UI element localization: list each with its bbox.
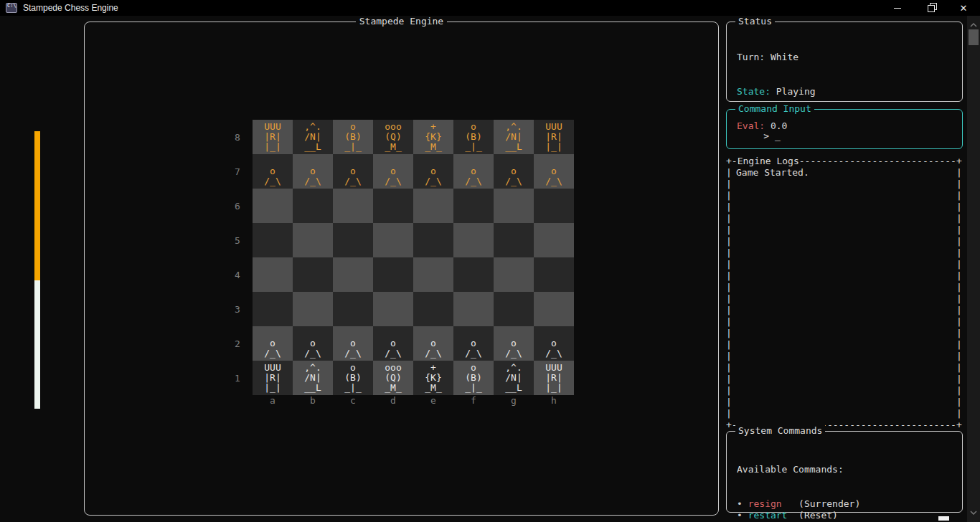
system-commands-body: Available Commands: • resign (Surrender)… <box>727 432 962 522</box>
piece-white-p-h2: o /_\ <box>545 328 562 359</box>
piece-white-p-d2: o /_\ <box>385 328 401 359</box>
vertical-scrollbar[interactable] <box>967 16 980 522</box>
evaluation-bar <box>34 131 40 409</box>
board-square-f7: o /_\ <box>453 154 494 189</box>
board-square-f6 <box>453 189 494 223</box>
board-square-c6 <box>333 189 373 223</box>
rank-label-5: 5 <box>230 223 245 257</box>
file-label-f: f <box>453 395 494 407</box>
board-square-a5 <box>253 223 293 257</box>
piece-white-b-f1: o (B) _|_ <box>465 363 481 393</box>
piece-white-r-h1: UUU |R| |_| <box>545 363 562 393</box>
file-label-c: c <box>333 395 373 407</box>
state-row: State: Playing <box>737 86 962 98</box>
piece-white-p-f2: o /_\ <box>465 328 481 359</box>
board-square-h8: UUU |R| |_| <box>534 120 574 154</box>
piece-white-n-g1: ,^. /N| __L <box>505 363 522 393</box>
close-button[interactable]: ✕ <box>947 0 980 16</box>
turn-row: Turn: White <box>737 52 962 63</box>
board-square-e1: + {K} _M_ <box>413 361 453 395</box>
board-square-c8: o (B) _|_ <box>333 120 373 154</box>
console-app-icon[interactable] <box>6 3 17 13</box>
board-square-e8: + {K} _M_ <box>413 120 453 154</box>
file-label-h: h <box>534 395 574 407</box>
rank-label-8: 8 <box>230 120 245 154</box>
command-item-restart: • restart (Reset) <box>737 510 962 521</box>
command-name-resign: resign <box>748 498 782 509</box>
board-square-e4 <box>413 257 453 292</box>
piece-white-p-b2: o /_\ <box>304 328 321 359</box>
board-square-g6 <box>494 189 534 223</box>
title-bar[interactable]: Stampede Chess Engine ✕ <box>0 0 980 16</box>
board-square-b2: o /_\ <box>293 326 333 361</box>
board-square-f4 <box>453 257 494 292</box>
piece-black-k-e8: + {K} _M_ <box>425 122 441 152</box>
piece-black-p-h7: o /_\ <box>545 156 562 186</box>
piece-black-p-b7: o /_\ <box>304 156 321 186</box>
board-square-b5 <box>293 223 333 257</box>
board-square-c2: o /_\ <box>333 326 373 361</box>
board-square-e7: o /_\ <box>413 154 453 189</box>
board-square-d7: o /_\ <box>373 154 413 189</box>
board-square-h1: UUU |R| |_| <box>534 361 574 395</box>
command-name-restart: restart <box>748 510 788 521</box>
turn-label: Turn: <box>737 52 771 62</box>
minimize-button[interactable] <box>881 0 914 16</box>
command-list: • resign (Surrender)• restart (Reset) <box>737 498 962 521</box>
piece-black-n-g8: ,^. /N| __L <box>505 122 522 152</box>
restore-button[interactable] <box>914 0 947 16</box>
board-square-g1: ,^. /N| __L <box>494 361 534 395</box>
board-square-b3 <box>293 292 333 326</box>
board-square-a2: o /_\ <box>253 326 293 361</box>
scrollbar-thumb[interactable] <box>969 29 979 45</box>
state-label: State: <box>737 86 776 97</box>
file-label-g: g <box>494 395 534 407</box>
state-value: Playing <box>776 86 816 97</box>
board-square-a6 <box>253 189 293 223</box>
minimize-icon <box>894 8 901 9</box>
board-square-h6 <box>534 189 574 223</box>
chevron-up-icon <box>970 23 977 27</box>
rank-label-7: 7 <box>230 154 245 189</box>
board-square-g4 <box>494 257 534 292</box>
piece-white-p-c2: o /_\ <box>344 328 361 359</box>
board-square-c5 <box>333 223 373 257</box>
board-square-g3 <box>494 292 534 326</box>
command-pad <box>787 510 798 521</box>
board-square-a8: UUU |R| |_| <box>253 120 293 154</box>
file-label-b: b <box>293 395 333 407</box>
board-square-e5 <box>413 223 453 257</box>
board-square-g8: ,^. /N| __L <box>494 120 534 154</box>
evaluation-bar-white-segment <box>34 280 40 409</box>
board-square-a3 <box>253 292 293 326</box>
piece-white-r-a1: UUU |R| |_| <box>264 363 281 393</box>
board-square-f1: o (B) _|_ <box>453 361 494 395</box>
board-square-d4 <box>373 257 413 292</box>
board-square-d3 <box>373 292 413 326</box>
piece-black-b-f8: o (B) _|_ <box>465 122 481 152</box>
window-title: Stampede Chess Engine <box>23 3 118 13</box>
board-square-b6 <box>293 189 333 223</box>
status-panel-title: Status <box>735 16 775 27</box>
chess-board: UUU |R| |_|,^. /N| __L o (B) _|_ooo (Q) … <box>253 120 574 395</box>
command-input-line[interactable]: > _ <box>727 110 962 153</box>
board-square-h4 <box>534 257 574 292</box>
piece-white-b-c1: o (B) _|_ <box>344 363 361 393</box>
piece-white-n-b1: ,^. /N| __L <box>304 363 321 393</box>
command-input-panel[interactable]: Command Input > _ <box>726 109 963 149</box>
scrollbar-down-button[interactable] <box>967 506 980 519</box>
rank-label-6: 6 <box>230 189 245 223</box>
piece-white-k-e1: + {K} _M_ <box>425 363 441 393</box>
piece-black-n-b8: ,^. /N| __L <box>304 122 321 152</box>
evaluation-bar-black-segment <box>34 131 40 280</box>
board-square-c7: o /_\ <box>333 154 373 189</box>
board-square-c3 <box>333 292 373 326</box>
board-square-b4 <box>293 257 333 292</box>
command-cursor: _ <box>775 130 781 141</box>
piece-black-q-d8: ooo (Q) _M_ <box>385 122 401 152</box>
rank-label-1: 1 <box>230 361 245 395</box>
board-square-c1: o (B) _|_ <box>333 361 373 395</box>
board-square-f8: o (B) _|_ <box>453 120 494 154</box>
board-square-e3 <box>413 292 453 326</box>
horizontal-scrollbar-thumb[interactable] <box>938 516 949 521</box>
